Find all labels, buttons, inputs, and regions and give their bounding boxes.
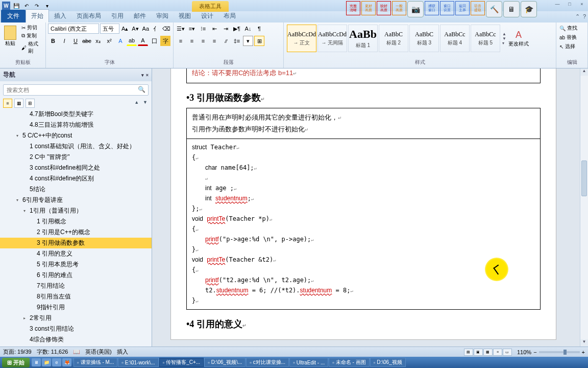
nav-up-icon[interactable]: ▲ xyxy=(133,99,140,108)
search-icon[interactable]: 🔍 xyxy=(138,86,145,93)
proofing-icon[interactable]: 📖 xyxy=(73,349,80,355)
text-effects-button[interactable]: A xyxy=(115,36,126,46)
italic-button[interactable]: I xyxy=(59,36,69,46)
nav-tree-item[interactable]: ▾6引用专题讲座 xyxy=(0,195,152,205)
start-button[interactable]: ⊞ 开始 xyxy=(2,358,30,367)
nav-tree-item[interactable]: 3 引用做函数参数 xyxy=(0,238,152,248)
zoom-slider[interactable] xyxy=(539,351,580,353)
taskbar-item[interactable]: ▫c对比课堂操... xyxy=(246,358,289,367)
tab-insert[interactable]: 插入 xyxy=(49,10,71,22)
taskbar-item[interactable]: ▫E:\01-work\... xyxy=(118,358,158,367)
zoom-thumb[interactable] xyxy=(564,350,567,355)
nav-tree-item[interactable]: 1 引用概念 xyxy=(0,216,152,227)
styles-row-up-icon[interactable]: ▲ xyxy=(502,32,506,36)
search-input[interactable] xyxy=(3,84,149,96)
qat-more-icon[interactable]: ▾ xyxy=(43,2,51,10)
expander-icon[interactable]: ▾ xyxy=(16,133,21,138)
nav-tab-results[interactable]: ⊞ xyxy=(26,99,35,108)
zoom-out-button[interactable]: − xyxy=(533,349,536,355)
tab-references[interactable]: 引用 xyxy=(106,10,129,22)
underline-button[interactable]: U xyxy=(70,36,81,46)
style-item[interactable]: AaBbCc标题 5 xyxy=(471,25,500,52)
tab-home[interactable]: 开始 xyxy=(26,9,49,22)
minimize-button[interactable]: — xyxy=(551,0,564,8)
format-painter-button[interactable]: 🖌格式刷 xyxy=(20,40,43,55)
align-center-button[interactable]: ≡ xyxy=(187,36,197,46)
taskbar-item[interactable]: ▫D:\06_视频 xyxy=(370,358,406,367)
ltr-button[interactable]: ▶¶ xyxy=(232,24,242,34)
taskbar-item[interactable]: ▫D:\06_视频\... xyxy=(204,358,246,367)
nav-tree-item[interactable]: 5 引用本质思考 xyxy=(0,259,152,270)
numbering-button[interactable]: ≡▾ xyxy=(187,24,197,34)
view-draft-button[interactable]: ▭ xyxy=(503,349,512,356)
view-outline-button[interactable]: ≡ xyxy=(493,349,502,356)
minimize-ribbon-icon[interactable]: ⌃ xyxy=(575,13,580,20)
styles-more-icon[interactable]: ▾ xyxy=(502,41,506,45)
clear-format-button[interactable]: ⌫ xyxy=(162,24,171,34)
status-language[interactable]: 英语(美国) xyxy=(85,348,111,356)
nav-tree-item[interactable]: 5结论 xyxy=(0,184,152,195)
undo-icon[interactable]: ↶ xyxy=(22,2,31,10)
addon-home[interactable]: 返回主界 xyxy=(455,1,470,15)
zoom-in-button[interactable]: + xyxy=(582,349,585,355)
addon-clear[interactable]: 完整清晰 xyxy=(346,1,360,15)
addon-better[interactable]: 更好画质 xyxy=(361,1,376,15)
style-item[interactable]: AaBbCcDd→ 无间隔 xyxy=(317,25,347,52)
nav-tree-item[interactable]: 7引用结论 xyxy=(0,281,152,291)
addon-tool3-icon[interactable]: 🎓 xyxy=(521,1,537,17)
enclose-char-button[interactable]: 字 xyxy=(160,36,170,46)
maximize-button[interactable]: □ xyxy=(564,0,576,8)
scroll-down-icon[interactable]: ▼ xyxy=(580,339,588,347)
ql-firefox-icon[interactable]: 🦊 xyxy=(62,358,71,366)
style-item[interactable]: AaBbCc标题 4 xyxy=(440,25,470,52)
nav-tree-item[interactable]: 2 引用是C++的概念 xyxy=(0,227,152,238)
addon-capture[interactable]: 捕获窗口 xyxy=(425,1,439,15)
phonetic-button[interactable]: ⺅ xyxy=(151,24,160,34)
nav-down-icon[interactable]: ▼ xyxy=(142,99,149,108)
superscript-button[interactable]: x² xyxy=(104,36,114,46)
contextual-tab-table-tools[interactable]: 表格工具 xyxy=(192,1,229,12)
bullets-button[interactable]: ☰▾ xyxy=(176,24,186,34)
grow-font-button[interactable]: A▴ xyxy=(120,24,130,34)
addon-camera-icon[interactable]: 📷 xyxy=(407,1,424,17)
paste-button[interactable]: 粘贴 xyxy=(2,24,18,49)
style-item[interactable]: AaBbCcDd→ 正文 xyxy=(287,25,316,52)
status-mode[interactable]: 插入 xyxy=(117,348,128,356)
nav-tab-headings[interactable]: ≡ xyxy=(3,99,12,108)
status-page[interactable]: 页面: 19/39 xyxy=(3,348,32,356)
addon-audio[interactable]: 语音提取 xyxy=(471,1,485,15)
close-button[interactable]: × xyxy=(576,0,588,8)
expander-icon[interactable]: ▾ xyxy=(23,209,29,213)
nav-tab-pages[interactable]: ▦ xyxy=(14,99,23,108)
show-marks-button[interactable]: ¶ xyxy=(254,24,264,34)
ql-explorer-icon[interactable]: 📁 xyxy=(42,358,51,366)
style-item[interactable]: AaBb标题 1 xyxy=(348,25,378,52)
nav-tree-item[interactable]: 4.8三目运算符功能增强 xyxy=(0,120,152,130)
nav-tree-item[interactable]: ▾1引用（普通引用） xyxy=(0,205,152,216)
nav-tree-item[interactable]: 6 引用的难点 xyxy=(0,270,152,281)
select-button[interactable]: ↖选择 xyxy=(558,42,585,51)
addon-tool2-icon[interactable]: 🖥 xyxy=(503,1,520,17)
vertical-scrollbar[interactable]: ▲ ▼ xyxy=(580,68,588,347)
nav-tree-item[interactable]: 4 const和#define的区别 xyxy=(0,173,152,184)
subscript-button[interactable]: x₂ xyxy=(93,36,103,46)
save-icon[interactable]: 💾 xyxy=(12,2,20,10)
nav-tree-item[interactable]: 9指针引用 xyxy=(0,302,152,313)
find-button[interactable]: 🔍查找 xyxy=(558,24,585,33)
nav-tree-item[interactable]: 4综合修饰类 xyxy=(0,334,152,345)
cut-button[interactable]: ✂剪切 xyxy=(20,24,43,32)
zoom-level[interactable]: 110% xyxy=(517,349,531,355)
bold-button[interactable]: B xyxy=(48,36,58,46)
nav-tree-item[interactable]: ▾5 C/C++中的const xyxy=(0,130,152,141)
nav-close-icon[interactable]: × xyxy=(146,73,149,78)
expander-icon[interactable]: ▾ xyxy=(16,198,21,202)
char-border-button[interactable]: 囗 xyxy=(149,36,159,46)
view-print-button[interactable]: ▤ xyxy=(464,349,473,356)
nav-dropdown-icon[interactable]: ▾ xyxy=(141,73,144,78)
status-words[interactable]: 字数: 11,626 xyxy=(37,348,68,356)
nav-tree-item[interactable]: 3 const引用结论 xyxy=(0,324,152,334)
tab-file[interactable]: 文件 xyxy=(1,10,26,22)
scroll-up-icon[interactable]: ▲ xyxy=(580,68,588,76)
tab-review[interactable]: 审阅 xyxy=(151,10,174,22)
redo-icon[interactable]: ↷ xyxy=(33,2,41,10)
